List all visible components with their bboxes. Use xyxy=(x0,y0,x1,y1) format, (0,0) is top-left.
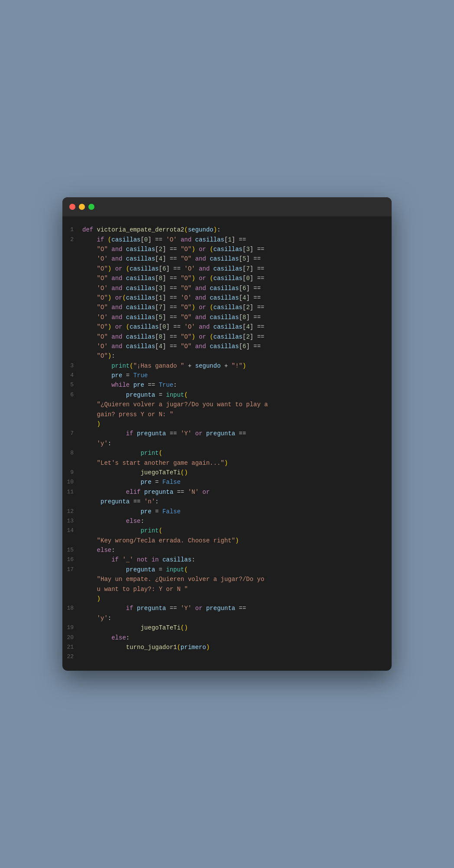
line-number: 7 xyxy=(67,429,82,448)
line-number: 16 xyxy=(67,555,82,565)
line-code: pregunta = input( "Hay un empate. ¿Quier… xyxy=(82,565,387,604)
code-line-17: 17 pregunta = input( "Hay un empate. ¿Qu… xyxy=(62,565,392,604)
line-number: 15 xyxy=(67,545,82,555)
line-code: else: xyxy=(82,545,387,555)
line-code: juegoTaTeTi() xyxy=(82,623,387,633)
code-line-14: 14 print( "Key wrong/Tecla errada. Choos… xyxy=(62,526,392,545)
line-number: 6 xyxy=(67,390,82,429)
line-number: 3 xyxy=(67,361,82,371)
line-code: if (casillas[0] == 'O' and casillas[1] =… xyxy=(82,235,387,361)
code-line-2: 2 if (casillas[0] == 'O' and casillas[1]… xyxy=(62,235,392,361)
close-button[interactable] xyxy=(69,204,75,210)
line-number: 14 xyxy=(67,526,82,545)
line-code: def victoria_empate_derrota2(segundo): xyxy=(82,225,387,235)
line-number: 4 xyxy=(67,371,82,380)
line-code: juegoTaTeTi() xyxy=(82,468,387,477)
code-line-12: 12 pre = False xyxy=(62,507,392,516)
code-line-20: 20 else: xyxy=(62,633,392,643)
line-number: 19 xyxy=(67,623,82,633)
minimize-button[interactable] xyxy=(79,204,85,210)
code-editor: 1 def victoria_empate_derrota2(segundo):… xyxy=(62,216,392,671)
code-line-19: 19 juegoTaTeTi() xyxy=(62,623,392,633)
code-line-4: 4 pre = True xyxy=(62,371,392,380)
line-code xyxy=(82,652,387,662)
line-number: 21 xyxy=(67,643,82,652)
code-line-3: 3 print("¡Has ganado " + segundo + "!") xyxy=(62,361,392,371)
line-code: while pre == True: xyxy=(82,380,387,390)
line-number: 1 xyxy=(67,225,82,235)
maximize-button[interactable] xyxy=(88,204,94,210)
line-number: 10 xyxy=(67,477,82,487)
code-line-21: 21 turno_jugador1(primero) xyxy=(62,643,392,652)
line-code: pre = False xyxy=(82,477,387,487)
code-line-16: 16 if '_' not in casillas: xyxy=(62,555,392,565)
code-window: 1 def victoria_empate_derrota2(segundo):… xyxy=(62,197,392,671)
line-code: else: xyxy=(82,516,387,526)
code-line-6: 6 pregunta = input( "¿Quieren volver a j… xyxy=(62,390,392,429)
line-code: if pregunta == 'Y' or pregunta == 'y': xyxy=(82,604,387,623)
line-number: 17 xyxy=(67,565,82,604)
line-code: turno_jugador1(primero) xyxy=(82,643,387,652)
line-number: 2 xyxy=(67,235,82,361)
line-number: 22 xyxy=(67,652,82,662)
line-number: 9 xyxy=(67,468,82,477)
line-number: 18 xyxy=(67,604,82,623)
code-line-11: 11 elif pregunta == 'N' or pregunta == '… xyxy=(62,487,392,507)
line-code: print( "Let's start another game again..… xyxy=(82,448,387,468)
line-code: if '_' not in casillas: xyxy=(82,555,387,565)
line-code: if pregunta == 'Y' or pregunta == 'y': xyxy=(82,429,387,448)
code-line-22: 22 xyxy=(62,652,392,662)
line-number: 8 xyxy=(67,448,82,468)
line-code: print("¡Has ganado " + segundo + "!") xyxy=(82,361,387,371)
line-code: elif pregunta == 'N' or pregunta == 'n': xyxy=(82,487,387,507)
code-line-5: 5 while pre == True: xyxy=(62,380,392,390)
code-line-15: 15 else: xyxy=(62,545,392,555)
line-code: else: xyxy=(82,633,387,643)
line-number: 13 xyxy=(67,516,82,526)
line-code: pregunta = input( "¿Quieren volver a jug… xyxy=(82,390,387,429)
code-line-8: 8 print( "Let's start another game again… xyxy=(62,448,392,468)
line-number: 5 xyxy=(67,380,82,390)
code-line-9: 9 juegoTaTeTi() xyxy=(62,468,392,477)
code-line-10: 10 pre = False xyxy=(62,477,392,487)
code-line-13: 13 else: xyxy=(62,516,392,526)
line-code: pre = False xyxy=(82,507,387,516)
titlebar xyxy=(62,197,392,216)
line-number: 11 xyxy=(67,487,82,507)
code-line-1: 1 def victoria_empate_derrota2(segundo): xyxy=(62,225,392,235)
line-number: 20 xyxy=(67,633,82,643)
line-number: 12 xyxy=(67,507,82,516)
code-line-18: 18 if pregunta == 'Y' or pregunta == 'y'… xyxy=(62,604,392,623)
code-line-7: 7 if pregunta == 'Y' or pregunta == 'y': xyxy=(62,429,392,448)
line-code: print( "Key wrong/Tecla errada. Choose r… xyxy=(82,526,387,545)
line-code: pre = True xyxy=(82,371,387,380)
